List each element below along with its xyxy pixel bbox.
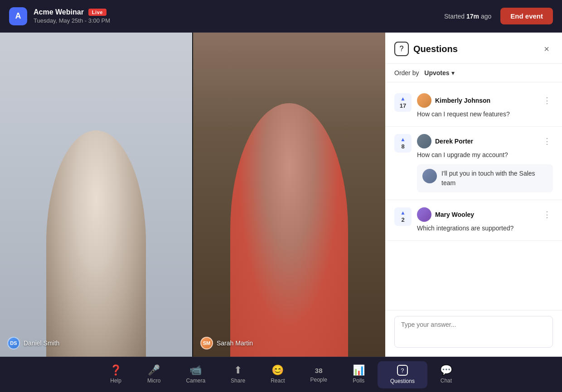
live-badge: Live [88,9,107,16]
share-icon: ⬆ [234,365,242,375]
vote-block-1[interactable]: ▲ 17 [394,93,412,112]
kimberly-avatar [417,93,431,108]
daniel-label: DS Daniel Smith [7,337,59,349]
sarah-avatar: SM [200,337,213,349]
help-label: Help [110,378,121,384]
vote-count-3: 2 [401,216,404,223]
questions-icon: ? [394,42,409,56]
question-text-2: How can I upgrade my account? [417,150,553,160]
daniel-avatar: DS [7,337,20,349]
daniel-video-feed [0,33,192,357]
derek-name: Derek Porter [435,138,473,145]
answer-textarea[interactable] [394,316,553,348]
question-content-2: Derek Porter ⋮ How can I upgrade my acco… [417,134,553,192]
questions-list: ▲ 17 Kimberly Johnson ⋮ How can I reques… [385,82,562,310]
micro-icon: 🎤 [148,365,160,375]
bottom-item-share[interactable]: ⬆ Share [218,361,258,388]
react-label: React [271,378,285,384]
end-event-button[interactable]: End event [500,8,553,24]
bottom-item-micro[interactable]: 🎤 Micro [135,361,173,388]
people-label: People [310,377,327,383]
questions-order: Order by Upvotes ▾ [385,64,562,82]
questions-title: Questions [413,44,458,54]
questions-close-button[interactable]: × [540,43,553,55]
bottom-item-polls[interactable]: 📊 Polls [340,361,378,388]
webinar-title: Acme Webinar [34,8,84,16]
bottom-item-help[interactable]: ❓ Help [97,361,135,388]
questions-panel-header: ? Questions × [385,33,562,64]
vote-count-1: 17 [400,102,406,109]
sarah-name: Sarah Martin [217,339,253,347]
bottom-item-questions[interactable]: ? Questions [378,361,427,388]
micro-label: Micro [147,378,160,384]
webinar-subtitle: Tuesday, May 25th - 3:00 PM [34,17,110,24]
started-text: Started 17m ago [444,13,491,20]
kimberly-name: Kimberly Johnson [435,97,490,104]
daniel-name: Daniel Smith [24,339,59,347]
chat-icon: 💬 [440,365,452,375]
sarah-label: SM Sarah Martin [200,337,253,349]
questions-bottom-label: Questions [390,378,415,384]
question-more-1[interactable]: ⋮ [541,96,553,105]
main-content: DS Daniel Smith SM Sarah Martin ? Questi… [0,33,562,357]
video-panel-daniel: DS Daniel Smith [0,33,192,357]
questions-bottom-icon: ? [397,365,408,376]
help-icon: ❓ [110,365,122,375]
question-content-3: Mary Wooley ⋮ Which integrations are sup… [417,207,553,233]
react-icon: 😊 [271,365,284,375]
video-panel-sarah: SM Sarah Martin [193,33,385,357]
polls-label: Polls [353,378,364,384]
question-text-1: How can I request new features? [417,110,553,119]
vote-block-3[interactable]: ▲ 2 [394,207,412,226]
camera-icon: 📹 [189,365,202,375]
bottom-item-camera[interactable]: 📹 Camera [173,361,218,388]
order-by-button[interactable]: Order by Upvotes ▾ [394,69,455,76]
polls-icon: 📊 [353,365,365,375]
bottom-item-chat[interactable]: 💬 Chat [427,361,465,388]
derek-avatar [417,134,431,148]
upvote-arrow-1: ▲ [400,96,406,101]
bottom-item-people[interactable]: 38 People [298,361,340,388]
answer-input-block [385,310,562,357]
mary-avatar [417,207,431,222]
upvote-arrow-3: ▲ [400,210,406,215]
header-title-block: Acme Webinar Live Tuesday, May 25th - 3:… [34,8,110,24]
question-text-3: Which integrations are supported? [417,224,553,233]
app-logo: A [9,7,27,25]
chat-label: Chat [441,378,452,384]
bottom-bar: ❓ Help 🎤 Micro 📹 Camera ⬆ Share 😊 React … [0,357,562,392]
camera-label: Camera [186,378,205,384]
question-content-1: Kimberly Johnson ⋮ How can I request new… [417,93,553,119]
vote-count-2: 8 [401,143,404,150]
reply-block-2: I'll put you in touch with the Sales tea… [417,164,553,192]
share-label: Share [231,378,245,384]
reply-avatar [422,169,437,183]
bottom-item-react[interactable]: 😊 React [258,361,297,388]
question-more-2[interactable]: ⋮ [541,136,553,146]
video-area: DS Daniel Smith SM Sarah Martin [0,33,385,357]
vote-block-2[interactable]: ▲ 8 [394,134,412,153]
mary-name: Mary Wooley [435,211,474,218]
people-count: 38 [315,367,323,374]
question-more-3[interactable]: ⋮ [541,210,553,220]
header: A Acme Webinar Live Tuesday, May 25th - … [0,0,562,33]
question-item-3: ▲ 2 Mary Wooley ⋮ Which integrations are… [385,200,562,241]
question-item-1: ▲ 17 Kimberly Johnson ⋮ How can I reques… [385,86,562,127]
upvote-arrow-2: ▲ [400,137,406,142]
question-item-2: ▲ 8 Derek Porter ⋮ How can I upgrade my … [385,127,562,200]
reply-text-2: I'll put you in touch with the Sales tea… [441,169,547,188]
questions-panel: ? Questions × Order by Upvotes ▾ ▲ 17 [385,33,562,357]
sarah-video-feed [193,33,385,357]
